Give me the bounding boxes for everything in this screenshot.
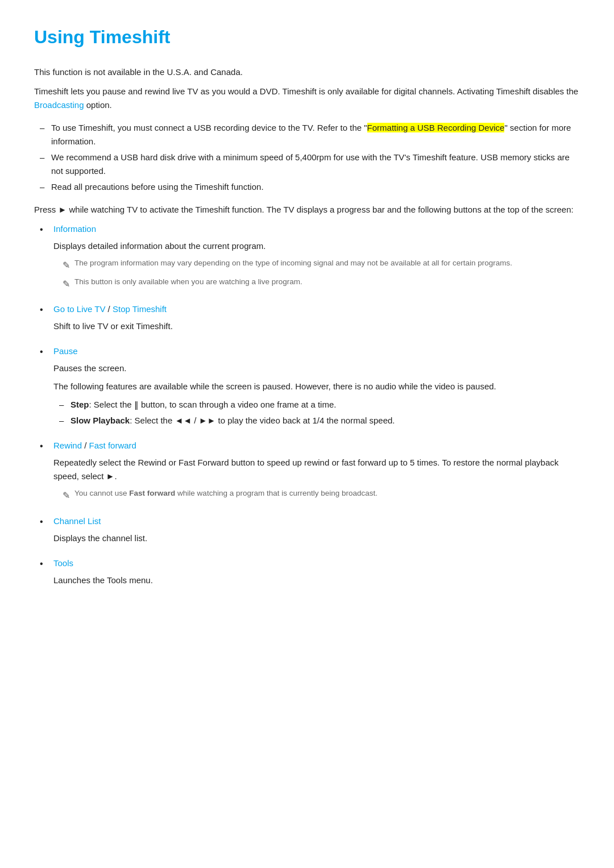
channel-list-body: Displays the channel list. — [53, 531, 580, 545]
channel-list-section: Channel List Displays the channel list. — [40, 514, 580, 545]
pause-section: Pause Pauses the screen. The following f… — [40, 344, 580, 427]
channel-list-heading: Channel List — [53, 514, 580, 528]
separator: / — [84, 441, 89, 450]
note-block: ✎ You cannot use Fast forward while watc… — [63, 488, 580, 503]
information-body: Displays detailed information about the … — [53, 239, 580, 253]
stop-timeshift-link: Stop Timeshift — [113, 304, 167, 314]
go-to-live-section: Go to Live TV / Stop Timeshift Shift to … — [40, 302, 580, 333]
rewind-section: Rewind / Fast forward Repeatedly select … — [40, 439, 580, 503]
usb-bullets: To use Timeshift, you must connect a USB… — [34, 121, 580, 194]
broadcasting-link[interactable]: Broadcasting — [34, 100, 84, 110]
pencil-icon: ✎ — [63, 277, 70, 292]
intro-line-1: This function is not available in the U.… — [34, 65, 580, 79]
tools-section: Tools Launches the Tools menu. — [40, 556, 580, 587]
step-term: Step — [70, 400, 89, 409]
tools-body: Launches the Tools menu. — [53, 574, 580, 587]
intro-text-before: Timeshift lets you pause and rewind live… — [34, 86, 578, 96]
pencil-icon: ✎ — [63, 488, 70, 503]
list-item: We recommend a USB hard disk drive with … — [40, 151, 580, 178]
note-text: This button is only available when you a… — [74, 276, 302, 288]
pencil-icon: ✎ — [63, 258, 70, 273]
list-item: To use Timeshift, you must connect a USB… — [40, 121, 580, 148]
information-heading: Information — [53, 222, 580, 236]
fast-forward-link: Fast forward — [89, 441, 136, 450]
list-item: Slow Playback: Select the ◄◄ / ►► to pla… — [59, 414, 580, 427]
go-to-live-body: Shift to live TV or exit Timeshift. — [53, 319, 580, 333]
list-item: Step: Select the ‖ button, to scan throu… — [59, 398, 580, 412]
pause-body-1: Pauses the screen. — [53, 362, 580, 375]
information-section: Information Displays detailed informatio… — [40, 222, 580, 291]
feature-list: Information Displays detailed informatio… — [34, 222, 580, 587]
note-text: The program information may vary dependi… — [74, 258, 512, 269]
pause-link: Pause — [53, 346, 78, 356]
channel-list-link: Channel List — [53, 516, 101, 526]
formatting-highlight: Formatting a USB Recording Device — [367, 123, 505, 132]
rewind-link: Rewind — [53, 441, 82, 450]
press-text: Press ► while watching TV to activate th… — [34, 203, 580, 217]
intro-text-after: option. — [84, 100, 112, 110]
pause-heading: Pause — [53, 344, 580, 358]
tools-heading: Tools — [53, 556, 580, 570]
intro-line-2: Timeshift lets you pause and rewind live… — [34, 85, 580, 112]
rewind-heading: Rewind / Fast forward — [53, 439, 580, 452]
separator: / — [108, 304, 113, 314]
note-block: ✎ This button is only available when you… — [63, 276, 580, 292]
rewind-body: Repeatedly select the Rewind or Fast For… — [53, 456, 580, 483]
go-to-live-link: Go to Live TV — [53, 304, 105, 314]
list-item: Read all precautions before using the Ti… — [40, 180, 580, 194]
note-block: ✎ The program information may vary depen… — [63, 258, 580, 273]
tools-link: Tools — [53, 558, 73, 568]
go-to-live-heading: Go to Live TV / Stop Timeshift — [53, 302, 580, 316]
fast-forward-highlight: Fast forward — [129, 489, 175, 497]
page-title: Using Timeshift — [34, 23, 580, 52]
pause-body-2: The following features are available whi… — [53, 380, 580, 393]
note-text: You cannot use Fast forward while watchi… — [74, 488, 377, 499]
pause-sub-list: Step: Select the ‖ button, to scan throu… — [53, 398, 580, 427]
intro-block: This function is not available in the U.… — [34, 65, 580, 112]
slow-playback-term: Slow Playback — [70, 416, 130, 425]
